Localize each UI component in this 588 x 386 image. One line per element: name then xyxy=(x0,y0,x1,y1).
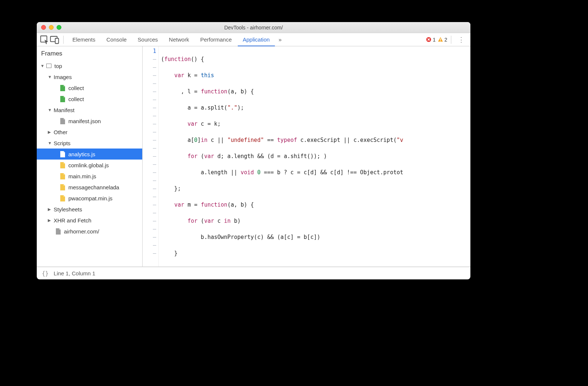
tree-item-image-file[interactable]: collect xyxy=(37,93,142,104)
fold-icon[interactable]: – xyxy=(143,128,156,136)
tree-label: Stylesheets xyxy=(54,206,82,212)
fold-icon[interactable]: – xyxy=(143,104,156,112)
warning-count: 2 xyxy=(444,37,447,43)
file-icon xyxy=(60,118,65,124)
chevron-down-icon: ▼ xyxy=(40,64,45,68)
chevron-down-icon: ▼ xyxy=(48,75,52,79)
chevron-right-icon: ▶ xyxy=(48,130,52,135)
fold-icon[interactable]: – xyxy=(143,96,156,104)
tree-label: Other xyxy=(54,129,68,135)
issues-indicator[interactable]: 1 2 xyxy=(426,37,447,43)
tree-label: top xyxy=(54,63,62,69)
devtools-window: DevTools - airhorner.com/ Elements Conso… xyxy=(37,22,470,279)
svg-rect-4 xyxy=(440,39,441,40)
fold-icon[interactable]: – xyxy=(143,160,156,168)
tree-label: Manifest xyxy=(54,107,75,113)
tree-label: Images xyxy=(54,74,72,80)
tree-label: messagechannelada xyxy=(68,184,119,190)
fold-icon[interactable]: – xyxy=(143,55,156,63)
fold-icon[interactable]: – xyxy=(143,225,156,233)
tree-item-script-file[interactable]: pwacompat.min.js xyxy=(37,193,142,204)
fold-icon[interactable]: – xyxy=(143,112,156,120)
main-body: Frames ▼ top ▼ Images collect colle xyxy=(37,46,470,267)
script-file-icon xyxy=(60,162,65,168)
fold-icon[interactable]: – xyxy=(143,71,156,79)
error-count: 1 xyxy=(433,37,435,43)
tab-application[interactable]: Application xyxy=(238,33,275,46)
titlebar: DevTools - airhorner.com/ xyxy=(37,22,470,33)
fold-icon[interactable]: – xyxy=(143,144,156,152)
tree-label: XHR and Fetch xyxy=(54,217,92,224)
tree-label: main.min.js xyxy=(68,173,96,179)
frames-sidebar: Frames ▼ top ▼ Images collect colle xyxy=(37,46,143,267)
tree-item-root-file[interactable]: airhorner.com/ xyxy=(37,226,142,237)
tab-network[interactable]: Network xyxy=(164,33,194,46)
tree-label: collect xyxy=(68,85,84,91)
fold-icon[interactable]: – xyxy=(143,241,156,249)
frame-icon xyxy=(46,64,51,68)
tab-console[interactable]: Console xyxy=(101,33,132,46)
frames-tree: ▼ top ▼ Images collect collect ▼ xyxy=(37,60,142,267)
tree-item-top[interactable]: ▼ top xyxy=(37,60,142,71)
fold-icon[interactable]: – xyxy=(143,217,156,225)
svg-rect-2 xyxy=(55,38,58,43)
file-icon xyxy=(55,228,61,235)
tab-elements[interactable]: Elements xyxy=(67,33,101,46)
tree-label: analytics.js xyxy=(68,151,95,157)
line-number: 1 xyxy=(143,47,156,55)
tab-performance[interactable]: Performance xyxy=(195,33,237,46)
fold-icon[interactable]: – xyxy=(143,176,156,185)
chevron-right-icon: ▶ xyxy=(48,207,52,212)
tree-item-script-file[interactable]: main.min.js xyxy=(37,171,142,182)
tree-item-manifest[interactable]: ▼ Manifest xyxy=(37,104,142,115)
tab-sources[interactable]: Sources xyxy=(133,33,163,46)
toolbar-separator xyxy=(63,36,64,44)
fold-icon[interactable]: – xyxy=(143,79,156,87)
fold-icon[interactable]: – xyxy=(143,63,156,71)
source-editor[interactable]: 1 – – – – – – – – – – – – – – – – – – – xyxy=(143,46,470,267)
fold-icon[interactable]: – xyxy=(143,152,156,160)
fold-icon[interactable]: – xyxy=(143,209,156,217)
chevron-down-icon: ▼ xyxy=(48,141,52,145)
fold-icon[interactable]: – xyxy=(143,249,156,257)
tree-item-script-file[interactable]: comlink.global.js xyxy=(37,160,142,171)
chevron-right-icon: ▶ xyxy=(48,218,52,223)
image-file-icon xyxy=(60,85,65,91)
script-file-icon xyxy=(60,151,65,157)
fold-icon[interactable]: – xyxy=(143,136,156,144)
device-toolbar-icon[interactable] xyxy=(50,35,60,44)
tree-item-other[interactable]: ▶ Other xyxy=(37,126,142,137)
more-options-icon[interactable]: ⋮ xyxy=(455,36,467,44)
fold-icon[interactable]: – xyxy=(143,168,156,176)
warning-badge: 2 xyxy=(438,37,447,43)
tree-item-xhr[interactable]: ▶ XHR and Fetch xyxy=(37,215,142,226)
script-file-icon xyxy=(60,184,65,190)
tree-item-script-file[interactable]: analytics.js xyxy=(37,149,142,160)
tree-item-manifest-file[interactable]: manifest.json xyxy=(37,115,142,126)
warning-icon xyxy=(438,37,443,42)
tabs-overflow-icon[interactable]: » xyxy=(276,33,284,46)
fold-icon[interactable]: – xyxy=(143,193,156,201)
cursor-position: Line 1, Column 1 xyxy=(54,270,95,276)
fold-icon[interactable]: – xyxy=(143,185,156,193)
fold-icon[interactable]: – xyxy=(143,87,156,96)
fold-icon[interactable]: – xyxy=(143,201,156,209)
tree-item-image-file[interactable]: collect xyxy=(37,82,142,93)
fold-icon[interactable]: – xyxy=(143,120,156,128)
pretty-print-icon[interactable]: {} xyxy=(42,270,49,277)
tree-label: comlink.global.js xyxy=(68,162,109,168)
editor-gutter[interactable]: 1 – – – – – – – – – – – – – – – – – – – xyxy=(143,46,159,267)
inspect-element-icon[interactable] xyxy=(40,35,49,44)
tree-item-scripts[interactable]: ▼ Scripts xyxy=(37,137,142,149)
tree-label: airhorner.com/ xyxy=(64,228,99,235)
tree-label: Scripts xyxy=(54,140,71,146)
tree-item-stylesheets[interactable]: ▶ Stylesheets xyxy=(37,204,142,215)
error-badge: 1 xyxy=(426,37,435,43)
svg-rect-5 xyxy=(440,40,441,41)
toolbar-separator xyxy=(451,36,451,44)
script-file-icon xyxy=(60,173,65,179)
code-content[interactable]: (function() { var k = this , l = functio… xyxy=(159,46,470,267)
tree-item-script-file[interactable]: messagechannelada xyxy=(37,182,142,193)
fold-icon[interactable]: – xyxy=(143,233,156,241)
tree-item-images[interactable]: ▼ Images xyxy=(37,71,142,82)
